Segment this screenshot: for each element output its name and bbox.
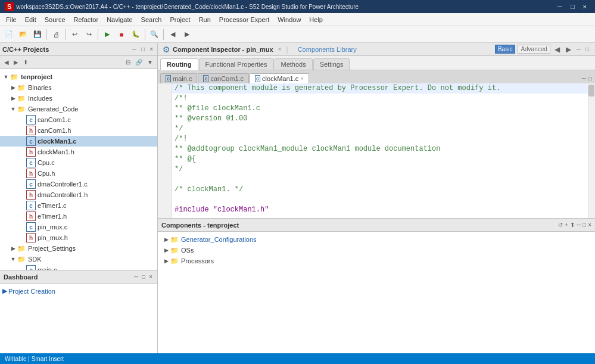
comp-tree-oss[interactable]: ▶ 📁 OSs [160,245,593,256]
comp-close-icon[interactable]: × [588,222,591,228]
dashboard-project-creation-label: Project Creation [8,288,55,295]
comp-refresh-icon[interactable]: ↺ [558,222,563,228]
toolbar-save[interactable]: 💾 [31,28,44,41]
toolbar-back[interactable]: ◀ [166,28,179,41]
toolbar-debug[interactable]: 🐛 [129,28,142,41]
menu-processor-expert[interactable]: Processor Expert [216,15,273,24]
panel-maximize-btn[interactable]: □ [139,45,147,53]
ci-minimize-icon[interactable]: ─ [575,46,582,52]
tree-item-cancom1h[interactable]: ▶ h canCom1.h [0,125,157,136]
tree-link-editor[interactable]: 🔗 [133,58,144,66]
tree-arrow-binaries[interactable]: ▶ [10,84,17,91]
menu-window[interactable]: Window [274,15,304,24]
tree-item-dmacontroller1h[interactable]: ▶ h dmaController1.h [0,189,157,200]
panel-minimize-btn[interactable]: ─ [130,45,138,53]
tree-item-pinmuxc[interactable]: ▶ c pin_mux.c [0,222,157,232]
ci-library-tab[interactable]: Components Library [293,45,362,54]
file-tabs-maximize[interactable]: □ [588,74,593,82]
close-btn[interactable]: × [580,3,590,10]
menu-file[interactable]: File [2,15,20,24]
menu-help[interactable]: Help [306,15,326,24]
tree-collapse-all[interactable]: ⊟ [124,58,132,66]
comp-tree-generator-configs[interactable]: ▶ 📁 Generator_Configurations [160,234,593,245]
file-tab-clockman1c[interactable]: c clockMan1.c × [250,73,309,84]
comp-tree-processors[interactable]: ▶ 📁 Processors [160,256,593,266]
ci-basic-btn[interactable]: Basic [495,45,515,54]
ci-nav-forward[interactable]: ▶ [564,45,573,54]
tree-arrow-tenproject[interactable]: ▼ [2,73,10,80]
comp-arrow-oss[interactable]: ▶ [163,247,170,254]
menu-edit[interactable]: Edit [21,15,40,24]
file-tabs-minimize[interactable]: ─ [581,74,587,82]
tree-item-etimer1h[interactable]: ▶ h eTimer1.h [0,211,157,222]
ci-advanced-btn[interactable]: Advanced [518,45,550,54]
menu-source[interactable]: Source [41,15,69,24]
menu-search[interactable]: Search [138,15,166,24]
tree-item-cpuc[interactable]: ▶ c Cpu.c [0,157,157,168]
ci-tab-routing[interactable]: Routing [160,58,198,70]
tree-nav-forward[interactable]: ▶ [12,58,20,66]
comp-maximize-icon[interactable]: □ [582,222,586,228]
tree-item-includes[interactable]: ▶ 📁 Includes [0,93,157,104]
menu-navigate[interactable]: Navigate [103,15,136,24]
dashboard-project-creation[interactable]: ▶ Project Creation [2,286,155,296]
toolbar-forward[interactable]: ▶ [180,28,194,41]
dashboard-minimize-icon[interactable]: ─ [133,273,139,280]
dashboard-close-icon[interactable]: × [148,273,154,280]
tree-arrow-generated-code[interactable]: ▼ [10,105,17,113]
code-area[interactable]: /* This component module is generated by… [158,83,595,218]
tree-item-binaries[interactable]: ▶ 📁 Binaries [0,82,157,93]
menu-refactor[interactable]: Refactor [70,15,102,24]
tree-item-pinmuxh[interactable]: ▶ h pin_mux.h [0,232,157,243]
toolbar-build[interactable]: ▶ [101,28,114,41]
tree-item-dmacontroller1c[interactable]: ▶ c dmaController1.c [0,179,157,189]
ci-tab-settings[interactable]: Settings [313,58,350,70]
scrollbar-thumb[interactable] [588,85,594,97]
tree-item-sdk[interactable]: ▼ 📁 SDK [0,254,157,265]
tree-item-clockman1h[interactable]: ▶ h clockMan1.h [0,147,157,157]
tree-arrow-project-settings[interactable]: ▶ [10,245,17,252]
maximize-btn[interactable]: □ [567,3,578,10]
menu-run[interactable]: Run [195,15,214,24]
file-tab-mainc[interactable]: c main.c [160,73,197,83]
tree-nav-up[interactable]: ⬆ [21,58,30,66]
menu-project[interactable]: Project [166,15,194,24]
comp-arrow-processors[interactable]: ▶ [163,257,170,265]
dashboard-maximize-icon[interactable]: □ [141,273,147,280]
tree-item-project-settings[interactable]: ▶ 📁 Project_Settings [0,243,157,254]
ci-tab-functional-properties[interactable]: Functional Properties [199,58,274,70]
comp-minimize-icon[interactable]: ─ [577,222,581,228]
file-tab-clockman1c-close[interactable]: × [300,76,303,82]
minimize-btn[interactable]: ─ [554,3,566,10]
code-scrollbar[interactable] [588,83,595,218]
tree-item-cancom1c[interactable]: ▶ c canCom1.c [0,114,157,125]
toolbar-undo[interactable]: ↩ [68,28,81,41]
tree-menu[interactable]: ▼ [145,58,155,66]
toolbar-print[interactable]: 🖨 [49,28,63,41]
line-gutter-12 [158,195,172,205]
ci-tab-methods[interactable]: Methods [275,58,313,70]
comp-add-icon[interactable]: + [565,222,568,228]
toolbar-stop[interactable]: ■ [115,28,128,41]
toolbar-open[interactable]: 📂 [17,28,30,41]
toolbar-new[interactable]: 📄 [2,28,15,41]
tree-item-tenproject[interactable]: ▼ 📁 tenproject [0,71,157,82]
ci-maximize-icon[interactable]: □ [584,46,590,52]
toolbar-redo[interactable]: ↪ [82,28,95,41]
tree-item-clockman1c[interactable]: ▶ c clockMan1.c [0,136,157,147]
toolbar-sep-1 [46,29,47,40]
comp-arrow-generator[interactable]: ▶ [163,236,170,243]
panel-close-btn[interactable]: × [148,45,155,53]
toolbar-search[interactable]: 🔍 [148,28,161,41]
ci-title-close[interactable]: × [278,46,282,52]
tree-item-generated-code[interactable]: ▼ 📁 Generated_Code [0,104,157,114]
tree-arrow-includes[interactable]: ▶ [10,95,17,102]
tree-arrow-sdk[interactable]: ▼ [10,256,17,263]
comp-up-icon[interactable]: ⬆ [570,222,575,228]
file-tab-cancom1c[interactable]: c canCom1.c [198,73,249,83]
ci-nav-back[interactable]: ◀ [553,45,562,54]
tree-item-etimer1c[interactable]: ▶ c eTimer1.c [0,200,157,211]
tree-item-main-sdk[interactable]: ▶ c main.c [0,265,157,270]
tree-nav-back[interactable]: ◀ [2,58,11,66]
tree-item-cpuh[interactable]: ▶ h Cpu.h [0,168,157,179]
